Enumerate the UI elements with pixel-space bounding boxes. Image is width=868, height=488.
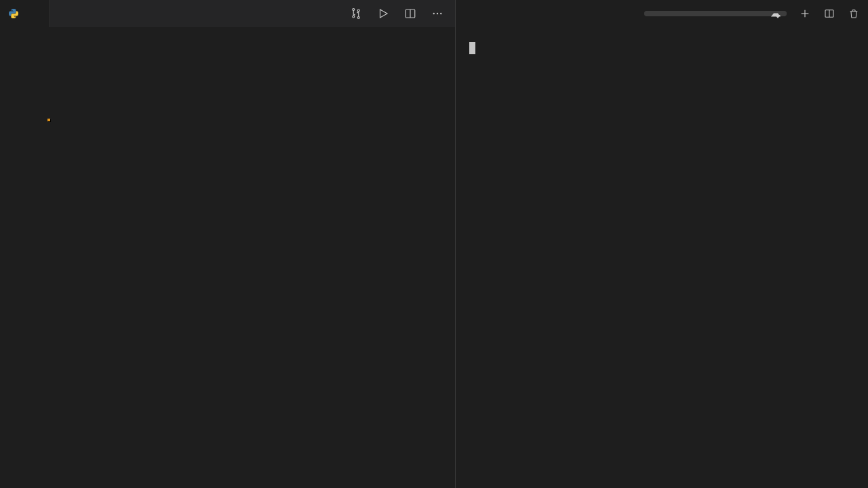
terminal-body[interactable] xyxy=(456,27,868,488)
svg-marker-4 xyxy=(380,9,388,18)
svg-point-1 xyxy=(353,16,355,18)
terminal-controls xyxy=(644,7,860,20)
svg-point-8 xyxy=(437,13,438,14)
python-icon xyxy=(8,8,19,19)
svg-point-9 xyxy=(440,13,441,14)
file-tab[interactable] xyxy=(0,0,50,27)
code-area[interactable] xyxy=(0,27,455,488)
tab-close-button[interactable] xyxy=(30,8,41,19)
terminal-header xyxy=(456,0,868,27)
tab-bar xyxy=(0,0,455,27)
editor-actions xyxy=(349,7,450,20)
code-content[interactable] xyxy=(47,31,455,488)
terminal-pane xyxy=(456,0,868,488)
run-icon[interactable] xyxy=(376,7,390,20)
new-terminal-icon[interactable] xyxy=(799,7,811,20)
svg-point-7 xyxy=(433,13,435,14)
svg-point-0 xyxy=(353,9,355,11)
split-terminal-icon[interactable] xyxy=(823,7,835,20)
split-editor-icon[interactable] xyxy=(403,7,417,20)
tab-group xyxy=(0,0,50,27)
line-number-gutter xyxy=(0,31,47,488)
app-root xyxy=(0,0,868,488)
compare-changes-icon[interactable] xyxy=(349,7,363,20)
more-actions-icon[interactable] xyxy=(431,7,444,20)
kill-terminal-icon[interactable] xyxy=(848,7,860,20)
svg-point-2 xyxy=(357,17,359,19)
terminal-cursor xyxy=(469,42,475,54)
terminal-shell-select[interactable] xyxy=(644,11,787,16)
highlight-box xyxy=(47,119,50,121)
svg-point-3 xyxy=(357,9,359,12)
editor-pane xyxy=(0,0,456,488)
